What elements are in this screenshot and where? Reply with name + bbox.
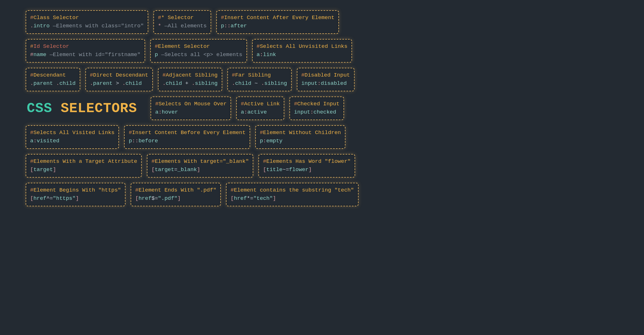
card-before: #Insert Content Before Every Element p::…	[124, 125, 250, 149]
row-7: #Element Begins With "https" [href^="htt…	[26, 183, 418, 206]
row-3: #Descendant .parent .child #Direct Desce…	[26, 68, 418, 91]
page-title: CSS SELECTORS	[26, 101, 145, 116]
card-hover: #Selects On Mouse Over a:hover	[151, 96, 231, 120]
card-visited: #Selects All Visited Links a:visited	[26, 125, 119, 149]
card-checked-input: #Checked Input input:checked	[289, 96, 344, 120]
card-id-selector: #Id Selector #name —Element with id="fir…	[26, 39, 145, 63]
card-attr-blank: #Elements With target="_blank" [target=_…	[147, 154, 253, 178]
card-attr-tech: #Element contains the substring "tech" […	[226, 183, 358, 206]
card-attr-flower: #Elements Has Word "flower" [title~=flow…	[258, 154, 355, 178]
card-descendant: #Descendant .parent .child	[26, 68, 80, 91]
card-attr-https: #Element Begins With "https" [href^="htt…	[26, 183, 125, 206]
card-attr-pdf: #Element Ends With ".pdf" [href$=".pdf"]	[131, 183, 221, 206]
card-empty: #Element Without Children p:empty	[255, 125, 345, 149]
card-far-sibling: #Far Sibling .child ~ .sibling	[227, 68, 292, 91]
card-class-selector: #Class Selector .intro —Elements with cl…	[26, 10, 148, 34]
row-1: #Class Selector .intro —Elements with cl…	[26, 10, 418, 34]
card-adjacent-sibling: #Adjacent Sibling .child + .sibling	[158, 68, 222, 91]
row-6: #Elements With a Target Attribute [targe…	[26, 154, 418, 178]
card-disabled-input: #Disabled Input input:disabled	[297, 68, 355, 91]
row-5: #Selects All Visited Links a:visited #In…	[26, 125, 418, 149]
card-active-link: #Active Link a:active	[236, 96, 284, 120]
card-after-selector: #Insert Content After Every Element p::a…	[216, 10, 339, 34]
card-link-selector: #Selects All Unvisited Links a:link	[252, 39, 352, 63]
card-attr-target: #Elements With a Target Attribute [targe…	[26, 154, 142, 178]
card-star-selector: #* Selector * —All elements	[153, 10, 211, 34]
card-element-selector: #Element Selector p —Selects all <p> ele…	[150, 39, 247, 63]
row-2: #Id Selector #name —Element with id="fir…	[26, 39, 418, 63]
card-direct-descendant: #Direct Descendant .parent > .child	[85, 68, 153, 91]
row-4: CSS SELECTORS #Selects On Mouse Over a:h…	[26, 96, 418, 120]
